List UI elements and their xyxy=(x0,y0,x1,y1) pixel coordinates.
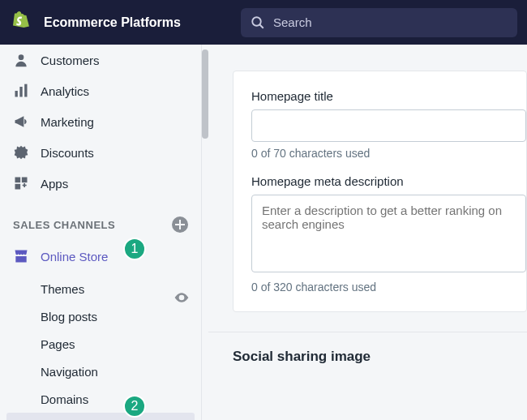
section-title: SALES CHANNELS xyxy=(13,219,115,231)
svg-point-2 xyxy=(19,54,24,60)
annotation-badge-2: 2 xyxy=(123,395,146,418)
sidebar-item-label: Marketing xyxy=(41,115,94,129)
homepage-meta-hint: 0 of 320 characters used xyxy=(251,281,526,294)
homepage-title-label: Homepage title xyxy=(251,89,526,103)
sidebar-item-online-store[interactable]: Online Store xyxy=(0,241,201,272)
subnav-themes[interactable]: Themes xyxy=(0,275,201,302)
sidebar-item-apps[interactable]: Apps xyxy=(0,168,201,199)
svg-rect-6 xyxy=(15,178,21,183)
sidebar-item-analytics[interactable]: Analytics xyxy=(0,75,201,106)
sidebar: Customers Analytics Marketing Discounts … xyxy=(0,45,202,420)
sidebar-item-label: Analytics xyxy=(41,84,89,98)
discounts-icon xyxy=(13,144,29,161)
svg-rect-4 xyxy=(19,87,22,97)
homepage-meta-textarea[interactable] xyxy=(251,195,526,272)
view-store-icon[interactable] xyxy=(174,289,190,306)
main-content: Homepage title 0 of 70 characters used H… xyxy=(208,45,527,420)
sidebar-scrollbar[interactable] xyxy=(202,49,208,139)
sidebar-item-label: Discounts xyxy=(41,146,94,160)
section-head-sales-channels: SALES CHANNELS xyxy=(0,205,201,241)
social-sharing-heading: Social sharing image xyxy=(233,349,527,365)
search-input[interactable] xyxy=(273,15,508,29)
seo-card: Homepage title 0 of 70 characters used H… xyxy=(233,71,527,312)
svg-rect-3 xyxy=(15,91,18,97)
topbar: Ecommerce Platforms xyxy=(0,0,527,45)
subnav-domains[interactable]: Domains xyxy=(0,385,201,413)
homepage-title-hint: 0 of 70 characters used xyxy=(251,147,526,160)
svg-rect-7 xyxy=(22,178,28,183)
homepage-meta-label: Homepage meta description xyxy=(251,174,526,188)
search-box[interactable] xyxy=(241,8,517,37)
subnav-pages[interactable]: Pages xyxy=(0,330,201,358)
svg-point-0 xyxy=(252,17,261,26)
svg-line-1 xyxy=(259,24,264,28)
sidebar-item-label: Online Store xyxy=(41,250,108,264)
analytics-icon xyxy=(13,83,29,99)
svg-rect-8 xyxy=(15,184,21,190)
svg-rect-10 xyxy=(24,183,25,187)
svg-point-11 xyxy=(180,296,182,298)
search-icon xyxy=(251,15,265,30)
search-wrap xyxy=(241,8,517,37)
homepage-title-input[interactable] xyxy=(251,109,526,142)
apps-icon xyxy=(13,175,29,191)
shopify-logo-icon xyxy=(10,10,32,36)
sidebar-item-discounts[interactable]: Discounts xyxy=(0,137,201,168)
add-channel-button[interactable] xyxy=(172,216,188,233)
sidebar-item-customers[interactable]: Customers xyxy=(0,45,201,75)
sidebar-item-marketing[interactable]: Marketing xyxy=(0,106,201,137)
sidebar-item-label: Customers xyxy=(41,54,100,67)
online-store-icon xyxy=(13,248,29,264)
online-store-subnav: Themes Blog posts Pages Navigation Domai… xyxy=(0,275,201,420)
svg-rect-5 xyxy=(24,84,27,97)
subnav-blog-posts[interactable]: Blog posts xyxy=(0,302,201,330)
subnav-navigation[interactable]: Navigation xyxy=(0,358,201,385)
customers-icon xyxy=(13,52,29,68)
annotation-badge-1: 1 xyxy=(123,238,146,260)
marketing-icon xyxy=(13,114,29,130)
section-divider xyxy=(208,332,527,332)
brand-name: Ecommerce Platforms xyxy=(44,15,181,30)
subnav-preferences[interactable]: Preferences xyxy=(6,413,195,420)
sidebar-item-label: Apps xyxy=(41,177,68,191)
